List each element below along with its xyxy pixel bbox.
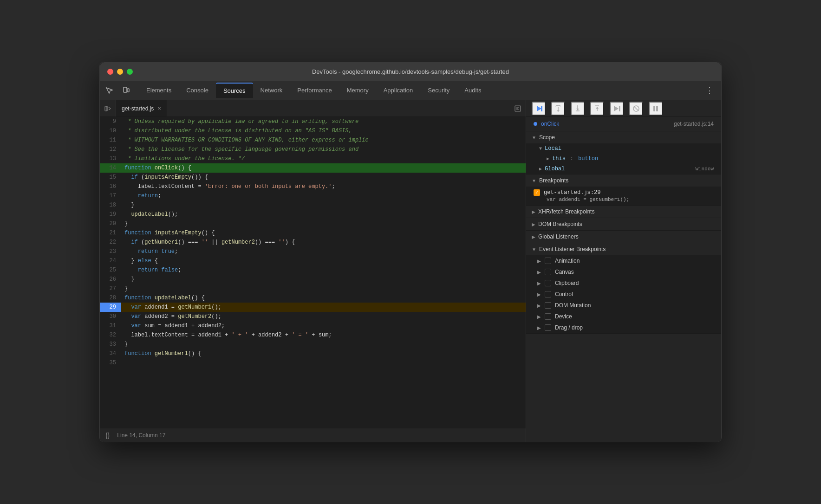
close-tab-icon[interactable]: ✕	[157, 106, 161, 111]
line-number-30[interactable]: 30	[100, 312, 121, 321]
code-line-17: 17 return;	[100, 191, 526, 200]
call-stack-onclick[interactable]: onClick get-started.js:14	[526, 117, 721, 131]
event-listener-breakpoints-header[interactable]: ▼ Event Listener Breakpoints	[526, 243, 721, 255]
line-number-10[interactable]: 10	[100, 126, 121, 136]
deactivate-breakpoints-button[interactable]	[629, 102, 643, 116]
listener-drag-drop[interactable]: ▶ Drag / drop	[526, 322, 721, 333]
line-number-16[interactable]: 16	[100, 182, 121, 191]
close-button[interactable]	[107, 69, 113, 75]
breakpoint-item-0[interactable]: ✓ get-started.js:29 var addend1 = getNum…	[526, 187, 721, 205]
format-button[interactable]	[510, 100, 526, 116]
tab-security[interactable]: Security	[420, 83, 457, 97]
line-number-23[interactable]: 23	[100, 247, 121, 256]
pause-on-exception-button[interactable]	[649, 102, 663, 116]
listener-control[interactable]: ▶ Control	[526, 289, 721, 300]
step-into-button[interactable]	[571, 102, 585, 116]
breakpoint-checkbox-0[interactable]: ✓	[534, 189, 540, 196]
line-number-25[interactable]: 25	[100, 265, 121, 275]
code-line-13: 13 * limitations under the License. */	[100, 154, 526, 163]
maximize-button[interactable]	[127, 69, 133, 75]
code-editor[interactable]: 9 * Unless required by applicable law or…	[100, 117, 526, 428]
format-icon[interactable]: {}	[105, 432, 110, 439]
line-number-19[interactable]: 19	[100, 210, 121, 219]
line-content-13: * limitations under the License. */	[121, 154, 526, 163]
listener-animation[interactable]: ▶ Animation	[526, 255, 721, 266]
control-checkbox[interactable]	[545, 291, 551, 297]
line-content-19: updateLabel();	[121, 210, 526, 219]
listener-device[interactable]: ▶ Device	[526, 311, 721, 322]
line-number-11[interactable]: 11	[100, 136, 121, 145]
inspect-icon[interactable]	[104, 85, 115, 96]
code-line-18: 18 }	[100, 200, 526, 210]
step-out-button[interactable]	[590, 102, 604, 116]
line-number-34[interactable]: 34	[100, 349, 121, 358]
dom-mutation-checkbox[interactable]	[545, 302, 551, 309]
local-scope-header[interactable]: ▼ Local	[526, 143, 721, 154]
line-content-17: return;	[121, 191, 526, 200]
more-tabs-icon[interactable]: ⋮	[702, 85, 717, 96]
global-val: Window	[695, 166, 714, 172]
code-line-27: 27 }	[100, 284, 526, 293]
device-checkbox[interactable]	[545, 313, 551, 320]
file-tab-name: get-started.js	[122, 105, 154, 112]
tab-application[interactable]: Application	[376, 83, 421, 97]
device-icon[interactable]	[120, 85, 131, 96]
line-content-28: function updateLabel() {	[121, 293, 526, 303]
line-number-26[interactable]: 26	[100, 275, 121, 284]
svg-rect-11	[541, 106, 542, 111]
drag-drop-checkbox[interactable]	[545, 324, 551, 331]
line-number-31[interactable]: 31	[100, 321, 121, 330]
tab-audits[interactable]: Audits	[457, 83, 489, 97]
global-listeners-header[interactable]: ▶ Global Listeners	[526, 231, 721, 243]
line-content-22: if (getNumber1() === '' || getNumber2() …	[121, 238, 526, 247]
line-number-17[interactable]: 17	[100, 191, 121, 200]
listener-canvas[interactable]: ▶ Canvas	[526, 266, 721, 278]
line-number-20[interactable]: 20	[100, 219, 121, 228]
canvas-checkbox[interactable]	[545, 269, 551, 275]
tab-sources[interactable]: Sources	[216, 83, 253, 98]
line-number-27[interactable]: 27	[100, 284, 121, 293]
line-number-32[interactable]: 32	[100, 330, 121, 340]
line-content-31: var sum = addend1 + addend2;	[121, 321, 526, 330]
line-number-15[interactable]: 15	[100, 173, 121, 182]
line-number-21[interactable]: 21	[100, 228, 121, 238]
line-number-33[interactable]: 33	[100, 340, 121, 349]
listener-clipboard[interactable]: ▶ Clipboard	[526, 278, 721, 289]
line-number-12[interactable]: 12	[100, 145, 121, 154]
animation-checkbox[interactable]	[545, 258, 551, 264]
line-number-18[interactable]: 18	[100, 200, 121, 210]
dom-breakpoints-header[interactable]: ▶ DOM Breakpoints	[526, 218, 721, 230]
resume-button[interactable]	[532, 102, 546, 116]
file-tab-get-started[interactable]: get-started.js ✕	[116, 100, 167, 116]
tab-memory[interactable]: Memory	[339, 83, 376, 97]
line-number-13[interactable]: 13	[100, 154, 121, 163]
animation-expand-arrow: ▶	[537, 258, 541, 264]
this-key: this	[552, 155, 566, 162]
line-number-14[interactable]: 14	[100, 163, 121, 173]
line-number-35[interactable]: 35	[100, 358, 121, 368]
tab-performance[interactable]: Performance	[290, 83, 339, 97]
line-number-22[interactable]: 22	[100, 238, 121, 247]
tab-elements[interactable]: Elements	[139, 83, 179, 97]
this-binding[interactable]: ▶ this : button	[526, 154, 721, 164]
line-number-28[interactable]: 28	[100, 293, 121, 303]
clipboard-checkbox[interactable]	[545, 280, 551, 286]
line-number-24[interactable]: 24	[100, 256, 121, 265]
line-number-9[interactable]: 9	[100, 117, 121, 126]
scope-label: Scope	[539, 134, 555, 141]
toggle-sidebar-button[interactable]	[100, 100, 116, 116]
line-number-29[interactable]: 29	[100, 303, 121, 312]
tab-console[interactable]: Console	[179, 83, 216, 97]
global-scope-header[interactable]: ▶ Global Window	[526, 164, 721, 174]
step-over-button[interactable]	[551, 102, 565, 116]
scope-header[interactable]: ▼ Scope	[526, 131, 721, 143]
svg-marker-14	[576, 109, 579, 110]
minimize-button[interactable]	[117, 69, 123, 75]
listener-dom-mutation[interactable]: ▶ DOM Mutation	[526, 300, 721, 311]
step-button[interactable]	[610, 102, 624, 116]
svg-rect-22	[653, 106, 655, 111]
breakpoints-header[interactable]: ▼ Breakpoints	[526, 174, 721, 187]
xhr-breakpoints-header[interactable]: ▶ XHR/fetch Breakpoints	[526, 206, 721, 218]
line-content-14: function onClick() {	[121, 163, 526, 173]
tab-network[interactable]: Network	[253, 83, 290, 97]
